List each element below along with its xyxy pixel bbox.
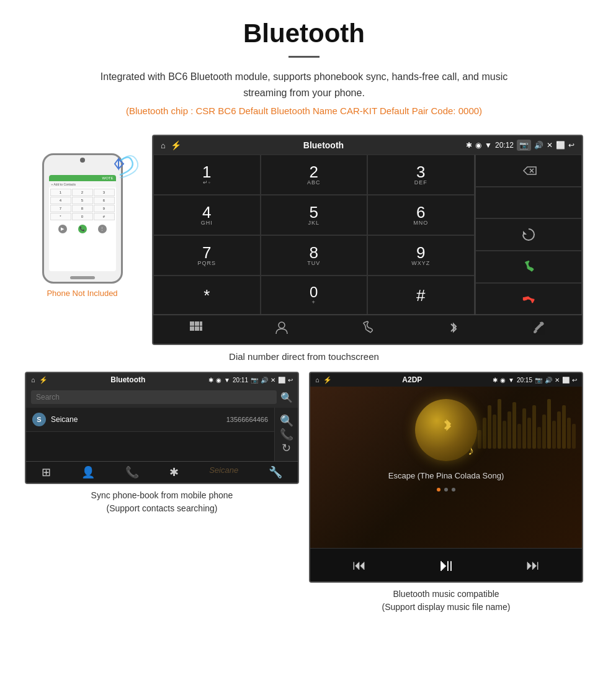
call-icon[interactable] xyxy=(360,320,375,339)
svg-rect-5 xyxy=(200,321,202,326)
play-pause-button[interactable]: ⏯ xyxy=(437,555,455,575)
pb-back-icon: ↩ xyxy=(288,377,293,384)
bt-icon xyxy=(446,320,461,335)
apps-grid-icon xyxy=(189,320,203,335)
phone-dial-icon xyxy=(360,320,375,335)
dial-key-star[interactable]: * xyxy=(153,276,261,315)
dialpad-area: 1↵◦ 2ABC 3DEF 4GHI 5JKL 6MNO 7PQRS 8TUV … xyxy=(153,155,582,315)
music-dot-1 xyxy=(437,488,440,491)
pb-wrench-bottom-icon[interactable]: 🔧 xyxy=(269,465,282,479)
pb-side-refresh-icon: ↻ xyxy=(282,441,291,455)
dial-key-4[interactable]: 4GHI xyxy=(153,195,261,235)
svg-point-9 xyxy=(279,322,285,328)
bluetooth-specs: (Bluetooth chip : CSR BC6 Default Blueto… xyxy=(0,105,608,116)
phone-screen: WOTE + Add to Contacts 1 2 3 4 5 6 7 8 xyxy=(49,175,116,271)
search-icon: 🔍 xyxy=(280,392,293,403)
dial-key-0[interactable]: 0+ xyxy=(261,276,368,315)
music-signal-icon: ▼ xyxy=(508,377,514,384)
answer-call-button[interactable] xyxy=(475,251,583,283)
title-divider xyxy=(288,56,320,58)
music-dot-3 xyxy=(452,488,455,491)
bluetooth-icon[interactable] xyxy=(446,320,461,339)
backspace-button[interactable] xyxy=(475,155,583,187)
pb-bt-bottom-icon[interactable]: ✱ xyxy=(169,465,179,479)
home-icon: ⌂ xyxy=(161,141,166,150)
phone-not-included-label: Phone Not Included xyxy=(47,289,117,298)
music-status-right: ✱ ◉ ▼ 20:15 📷 🔊 ✕ ⬜ ↩ xyxy=(493,377,577,384)
dialpad-keys: 1↵◦ 2ABC 3DEF 4GHI 5JKL 6MNO 7PQRS 8TUV … xyxy=(153,155,475,315)
pb-close-icon: ✕ xyxy=(270,377,275,384)
backspace-icon xyxy=(519,164,539,177)
refresh-button[interactable] xyxy=(475,218,583,251)
back-icon: ↩ xyxy=(568,141,574,150)
music-loc-icon: ◉ xyxy=(500,377,506,384)
phone-key-hash: # xyxy=(94,213,115,220)
pb-side-icons: 🔍 📞 ↻ xyxy=(274,408,298,461)
pb-contact-name: Seicane xyxy=(51,415,221,424)
pb-side-phone-icon: 📞 xyxy=(280,428,293,441)
music-statusbar: ⌂ ⚡ A2DP ✱ ◉ ▼ 20:15 📷 🔊 ✕ ⬜ ↩ xyxy=(310,373,582,387)
dial-key-9[interactable]: 9WXYZ xyxy=(367,235,475,276)
dial-bottombar xyxy=(153,315,582,344)
music-bt-symbol xyxy=(434,418,458,442)
next-track-button[interactable]: ⏭ xyxy=(526,557,540,573)
end-call-button[interactable] xyxy=(475,283,583,315)
phone-key-7: 7 xyxy=(50,205,71,212)
usb-icon: ⚡ xyxy=(171,140,181,150)
music-close-icon: ✕ xyxy=(555,377,560,384)
music-dots xyxy=(437,488,455,491)
pb-win-icon: ⬜ xyxy=(278,377,285,384)
dial-key-8[interactable]: 8TUV xyxy=(261,235,368,276)
music-caption: Bluetooth music compatible (Support disp… xyxy=(309,588,583,614)
dial-key-hash[interactable]: # xyxy=(367,276,475,315)
page-description: Integrated with BC6 Bluetooth module, su… xyxy=(87,69,521,101)
contacts-icon[interactable] xyxy=(274,320,289,339)
apps-icon[interactable] xyxy=(189,320,203,339)
dial-key-2[interactable]: 2ABC xyxy=(261,155,368,195)
pb-title: Bluetooth xyxy=(51,375,205,384)
content-area: WOTE + Add to Contacts 1 2 3 4 5 6 7 8 xyxy=(0,122,608,632)
dial-key-6[interactable]: 6MNO xyxy=(367,195,475,235)
phone-video-btn: ▶ xyxy=(58,225,67,233)
music-note-icon: ♪ xyxy=(468,444,474,458)
car-dial-screen: ⌂ ⚡ Bluetooth ✱ ◉ ▼ 20:12 📷 🔊 ✕ ⬜ ↩ xyxy=(152,135,583,345)
window-icon: ⬜ xyxy=(556,141,565,150)
music-controls: ⏮ ⏯ ⏭ xyxy=(310,548,582,581)
dial-status-title: Bluetooth xyxy=(186,140,461,150)
pb-call-bottom-icon[interactable]: 📞 xyxy=(125,465,139,479)
dial-key-3[interactable]: 3DEF xyxy=(367,155,475,195)
pb-signal-icon: ▼ xyxy=(224,377,230,384)
bluetooth-waves-icon xyxy=(101,144,138,178)
location-icon: ◉ xyxy=(475,141,481,150)
dial-status-left: ⌂ ⚡ xyxy=(161,140,181,150)
person-icon xyxy=(274,320,289,335)
phonebook-block: ⌂ ⚡ Bluetooth ✱ ◉ ▼ 20:11 📷 🔊 ✕ ⬜ ↩ xyxy=(25,372,299,614)
volume-icon: 🔊 xyxy=(534,141,543,150)
music-usb-icon: ⚡ xyxy=(323,376,332,384)
prev-track-button[interactable]: ⏮ xyxy=(352,557,366,573)
bottom-screens: ⌂ ⚡ Bluetooth ✱ ◉ ▼ 20:11 📷 🔊 ✕ ⬜ ↩ xyxy=(25,372,583,614)
music-screen: ⌂ ⚡ A2DP ✱ ◉ ▼ 20:15 📷 🔊 ✕ ⬜ ↩ xyxy=(309,372,583,583)
dial-time: 20:12 xyxy=(495,141,514,150)
settings-icon[interactable] xyxy=(532,320,547,339)
phone-key-3: 3 xyxy=(94,189,115,196)
pb-search-input[interactable] xyxy=(31,390,277,404)
phone-key-1: 1 xyxy=(50,189,71,196)
pb-bottombar: ⊞ 👤 📞 ✱ Seicane 🔧 xyxy=(26,461,298,483)
pb-loc-icon: ◉ xyxy=(216,377,221,384)
svg-rect-7 xyxy=(195,326,199,331)
signal-icon: ▼ xyxy=(485,141,492,150)
dial-key-7[interactable]: 7PQRS xyxy=(153,235,261,276)
pb-person-icon[interactable]: 👤 xyxy=(81,465,95,479)
pb-contact-phone: 13566664466 xyxy=(226,416,268,423)
dial-key-5[interactable]: 5JKL xyxy=(261,195,368,235)
pb-statusbar: ⌂ ⚡ Bluetooth ✱ ◉ ▼ 20:11 📷 🔊 ✕ ⬜ ↩ xyxy=(26,373,298,387)
svg-marker-2 xyxy=(523,231,527,235)
camera-icon: 📷 xyxy=(517,140,531,151)
dial-key-1[interactable]: 1↵◦ xyxy=(153,155,261,195)
pb-vol-icon: 🔊 xyxy=(261,377,268,384)
svg-rect-4 xyxy=(195,321,199,326)
pb-apps-icon[interactable]: ⊞ xyxy=(42,465,51,479)
pb-contact-row[interactable]: S Seicane 13566664466 xyxy=(26,408,274,432)
empty-cell-1 xyxy=(475,187,583,219)
